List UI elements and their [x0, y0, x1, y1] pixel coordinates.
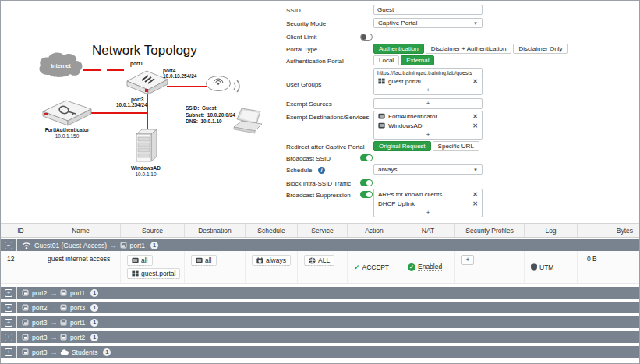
broadcast-suppression-toggle[interactable] — [360, 191, 373, 198]
ssid-input[interactable] — [373, 5, 483, 15]
dest-chip-all[interactable]: all — [191, 255, 217, 266]
policy-group-port2-port3[interactable]: + port2 → port3 1 — [1, 302, 640, 313]
cell-action: ✓ ACCEPT — [348, 251, 401, 283]
auth-portal-external-button[interactable]: External — [401, 55, 434, 65]
user-groups-label: User Groups — [286, 81, 321, 88]
col-id: ID — [1, 224, 41, 237]
shield-icon — [531, 263, 537, 271]
remove-icon[interactable]: ✕ — [472, 122, 478, 129]
expand-icon[interactable]: + — [5, 334, 12, 341]
count-badge: 1 — [90, 319, 98, 327]
nat-value: Enabled — [418, 263, 442, 271]
add-user-group-button[interactable]: + — [374, 86, 482, 94]
add-suppression-button[interactable]: + — [374, 208, 482, 217]
source-chip-all[interactable]: all — [127, 255, 153, 266]
col-destination: Destination — [185, 224, 246, 237]
laptop-icon — [232, 108, 265, 136]
fortiauthenticator-ip: 10.0.1.150 — [32, 133, 102, 139]
ssid-info-text: SSID: Guest Subnet: 10.0.20.0/24 DNS: 10… — [186, 105, 235, 125]
portal-type-authentication-button[interactable]: Authentication — [373, 44, 424, 54]
expand-icon[interactable]: + — [5, 319, 12, 327]
port1-label: port1 — [130, 61, 143, 66]
group-name: port3 — [32, 348, 47, 356]
cell-bytes: 0 B — [578, 251, 640, 283]
divider — [16, 239, 17, 251]
col-security-profiles: Security Profiles — [455, 224, 525, 237]
block-intra-ssid-label: Block Intra-SSID Traffic — [286, 180, 351, 187]
suppression-item[interactable]: ARPs for known clients ✕ — [374, 189, 482, 199]
schedule-chip[interactable]: always — [252, 255, 291, 266]
policy-group-port3-students[interactable]: + port3 → Students 1 — [1, 346, 640, 358]
col-schedule: Schedule — [246, 224, 298, 237]
count-badge: 1 — [90, 334, 98, 341]
count-badge: 1 — [150, 242, 158, 249]
group-name: port3 — [32, 319, 47, 327]
exempt-sources-label: Exempt Sources — [286, 101, 332, 108]
cell-nat: ✓ Enabled — [401, 251, 455, 283]
policy-group-port3-port1[interactable]: + port3 → port1 1 — [1, 316, 640, 328]
group-name: Guest01 (Guest-Access) — [34, 242, 107, 249]
cloud-icon — [60, 349, 69, 355]
exempt-dest-item[interactable]: WindowsAD ✕ — [374, 121, 482, 130]
divider — [16, 287, 17, 299]
policy-row-12[interactable]: 12 guest internet access all guest.porta… — [1, 251, 640, 284]
access-point-icon — [205, 75, 232, 93]
cell-source: all guest.portal — [121, 251, 185, 283]
divider — [16, 331, 17, 343]
cell-schedule: always — [246, 251, 298, 283]
add-exempt-source-button[interactable]: + — [374, 99, 482, 108]
broadcast-suppression-box: ARPs for known clients ✕ DHCP Uplink ✕ + — [373, 189, 483, 217]
redirect-specific-url-button[interactable]: Specific URL — [433, 141, 479, 151]
expand-icon[interactable]: + — [5, 348, 12, 356]
user-group-name: guest.portal — [388, 78, 421, 85]
arrow: → — [50, 289, 57, 297]
source-chip-guest-portal[interactable]: guest.portal — [127, 268, 180, 279]
service-chip[interactable]: ALL — [304, 255, 334, 266]
collapse-icon[interactable]: − — [5, 242, 12, 249]
cell-id: 12 — [1, 251, 41, 283]
schedule-icon — [256, 257, 263, 264]
wifi-icon — [22, 242, 31, 249]
add-profile-button[interactable]: + — [461, 255, 474, 265]
security-mode-select[interactable]: Captive Portal ▼ — [373, 18, 483, 28]
portal-type-disclaimer-only-button[interactable]: Disclaimer Only — [513, 44, 568, 54]
exempt-dest-item[interactable]: FortiAuthenticator ✕ — [374, 111, 482, 121]
schedule-select[interactable]: always ▼ — [373, 164, 483, 175]
policy-group-guest01[interactable]: − Guest01 (Guest-Access) → port1 1 — [1, 239, 640, 251]
redirect-original-request-button[interactable]: Original Request — [373, 141, 431, 151]
remove-icon[interactable]: ✕ — [472, 113, 478, 120]
expand-icon[interactable]: + — [5, 304, 12, 312]
ssid-field-label: SSID — [286, 7, 301, 14]
broadcast-ssid-toggle[interactable] — [360, 154, 373, 161]
user-group-item[interactable]: guest.portal ✕ — [374, 76, 482, 86]
address-icon — [378, 122, 385, 129]
divider — [16, 346, 17, 358]
address-icon — [378, 113, 385, 119]
fortigate-ssid-screen: Network Topology Internet port1 port4 10… — [0, 0, 640, 364]
group-dest: Students — [72, 348, 98, 356]
expand-icon[interactable]: + — [5, 289, 12, 297]
suppression-name: DHCP Uplink — [378, 200, 415, 207]
client-limit-toggle[interactable] — [360, 34, 373, 41]
auth-portal-local-button[interactable]: Local — [373, 55, 399, 65]
remove-icon[interactable]: ✕ — [472, 191, 478, 198]
add-exempt-dest-button[interactable]: + — [374, 130, 482, 139]
count-badge: 1 — [103, 348, 111, 356]
group-dest: port3 — [70, 304, 85, 312]
address-icon — [196, 257, 203, 263]
block-intra-ssid-toggle[interactable] — [360, 179, 373, 186]
fortiauthenticator-icon — [41, 97, 93, 127]
chevron-down-icon: ▼ — [473, 168, 478, 172]
policy-group-port3-port2[interactable]: + port3 → port2 1 — [1, 331, 640, 343]
network-topology-diagram: Network Topology Internet port1 port4 10… — [1, 1, 281, 221]
interface-icon — [22, 289, 29, 296]
user-group-icon — [378, 78, 385, 84]
link-internet-port1 — [83, 69, 128, 71]
remove-icon[interactable]: ✕ — [472, 78, 478, 85]
user-group-icon — [132, 270, 139, 277]
remove-icon[interactable]: ✕ — [472, 200, 478, 207]
port3-ip: 10.0.1.254/24 — [116, 102, 147, 108]
portal-type-disclaimer-auth-button[interactable]: Disclaimer + Authentication — [426, 44, 512, 54]
suppression-item[interactable]: DHCP Uplink ✕ — [374, 199, 482, 208]
policy-group-port2-port1[interactable]: + port2 → port1 1 — [1, 287, 640, 299]
